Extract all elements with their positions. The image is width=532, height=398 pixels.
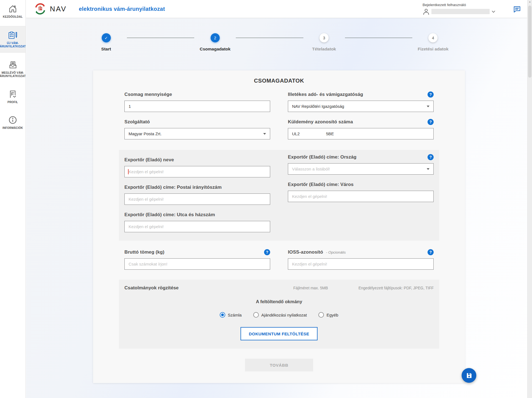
content-area: ✓ Start 2 Csomagadatok 3 Tételadatok 4 F… [26,18,527,398]
help-icon[interactable] [428,119,434,125]
chat-icon[interactable] [513,6,521,13]
exporter-section: Exportőr (Eladó) neve Exportőr (Eladó) c… [119,150,439,241]
exporter-street-input[interactable] [124,221,270,232]
step-label: Csomagadatok [200,47,231,52]
radio-egyeb[interactable]: Egyéb [318,312,338,318]
field-label: Szolgáltató [124,119,150,125]
sidebar-item-kezdooldal[interactable]: KEZDŐOLDAL [0,0,25,23]
sidebar-item-informaciok[interactable]: INFORMÁCIÓK [0,111,25,134]
brand-name: NAV [50,5,67,13]
save-fab-button[interactable] [462,368,476,383]
field-exporter-utca: Exportőr (Eladó) címe: Utca és házszám [124,211,270,232]
field-label: Exportőr (Eladó) címe: Ország [288,154,357,160]
chevron-down-icon [491,9,496,14]
sidebar-item-label: INFORMÁCIÓK [2,126,23,130]
sidebar-item-uj-vam-arunyilatkozat[interactable]: ÚJ VÁM-ÁRUNYILATKOZAT [0,26,25,53]
field-illetekes-igazgatosag: Illetékes adó- és vámigazgatóság NAV Rep… [288,91,434,112]
sidebar-item-label: PROFIL [7,101,18,104]
field-ioss: IOSS-azonosító - Opcionális [288,249,434,270]
office-select[interactable]: NAV Repülőtéri Igazgatóság [288,101,434,112]
scrollbar-thumb[interactable] [528,6,531,78]
archive-icon [8,60,17,69]
logged-in-user-label: Bejelentkezett felhasználó [423,3,496,7]
step-circle-active: 2 [211,33,220,42]
field-exporter-neve: Exportőr (Eladó) neve [124,157,270,177]
field-label: Illetékes adó- és vámigazgatóság [288,92,363,97]
select-value: NAV Repülőtéri Igazgatóság [292,104,344,109]
radio-icon [220,312,225,318]
ioss-input[interactable] [288,258,434,270]
user-block: Bejelentkezett felhasználó [423,3,496,15]
sidebar-item-profil[interactable]: PROFIL [0,85,25,108]
document-type-heading: A feltöltendő okmány [124,299,434,304]
quantity-input[interactable] [124,101,270,112]
shipment-id-end: 5BE [326,131,334,136]
page-scrollbar[interactable]: ⌃ [527,0,532,398]
field-label: Exportőr (Eladó) címe: Postai irányítósz… [124,185,222,190]
csomagadatok-card: CSOMAGADATOK Csomag mennyisége Szolgálta… [93,70,465,383]
step-circle-done: ✓ [102,33,111,42]
field-label: IOSS-azonosító [288,249,323,255]
scrollbar-up-icon[interactable]: ⌃ [528,1,532,5]
gross-weight-input[interactable] [124,258,270,270]
caret-down-icon [263,133,266,135]
field-label: Bruttó tömeg (kg) [124,249,164,255]
radio-label: Ajándékozási nyilatkozat [261,313,307,317]
step-connector [127,38,194,38]
next-button[interactable]: TOVÁBB [245,359,313,371]
app-header: NAV elektronikus vám-árunyilatkozat Beje… [26,0,527,18]
sidebar-item-label: KEZDŐOLDAL [3,15,22,19]
app-title: elektronikus vám-árunyilatkozat [79,6,165,12]
attachments-section: Csatolmányok rögzítése Fájlméret max. 5M… [119,280,439,349]
radio-icon [318,312,324,318]
field-label: Exportőr (Eladó) címe: Utca és házszám [124,212,215,218]
help-icon[interactable] [428,91,434,98]
nav-logo-icon [34,2,47,15]
shipment-id-start: UL2 [292,131,300,136]
file-size-note: Fájlméret max. 5MB [293,286,328,290]
sidebar-item-meglevo-vam-arunyilatkozat[interactable]: MEGLÉVŐ VÁM-ÁRUNYILATKOZAT [0,56,25,82]
radio-ajandekozasi-nyilatkozat[interactable]: Ajándékozási nyilatkozat [253,312,307,318]
help-icon[interactable] [428,249,434,255]
clipboard-pen-icon [8,31,17,40]
text-cursor [128,169,129,174]
step-fizetesi-adatok[interactable]: 4 Fizetési adatok [412,33,454,52]
select-value: Magyar Posta Zrt. [129,131,162,136]
sidebar: KEZDŐOLDAL ÚJ VÁM-ÁRUNYILATKOZAT MEGLÉVŐ… [0,0,26,398]
step-teteladatok[interactable]: 3 Tételadatok [303,33,345,52]
wizard-stepper: ✓ Start 2 Csomagadatok 3 Tételadatok 4 F… [85,33,454,52]
help-icon[interactable] [264,249,270,255]
shipment-id-input[interactable]: UL2 5BE [288,128,434,139]
user-icon [423,8,430,15]
upload-document-button[interactable]: DOKUMENTUM FELTÖLTÉSE [241,327,318,340]
field-label: Exportőr (Eladó) címe: Város [288,182,354,187]
header-right: Bejelentkezett felhasználó [423,3,521,15]
user-menu[interactable] [423,8,496,15]
provider-select[interactable]: Magyar Posta Zrt. [124,128,270,139]
main-region: NAV elektronikus vám-árunyilatkozat Beje… [26,0,527,398]
field-label: Csomag mennyisége [124,92,172,97]
home-icon [8,4,17,13]
file-types-note: Engedélyezett fájltípusok: PDF, JPEG, TI… [359,286,434,290]
redacted-username [431,9,490,14]
select-placeholder: Válasszon a listából! [292,167,330,171]
radio-icon [253,312,259,318]
exporter-name-input[interactable] [124,166,270,177]
exporter-country-select[interactable]: Válasszon a listából! [288,163,434,175]
help-icon[interactable] [428,154,434,160]
field-exporter-varos: Exportőr (Eladó) címe: Város [288,181,434,202]
caret-down-icon [427,168,429,170]
step-label: Tételadatok [312,47,336,52]
step-start[interactable]: ✓ Start [85,33,127,52]
attachments-title: Csatolmányok rögzítése [124,285,179,291]
exporter-zip-input[interactable] [124,193,270,205]
step-connector [345,38,412,38]
radio-szamla[interactable]: Számla [220,312,242,318]
optional-tag: - Opcionális [326,250,346,254]
step-csomagadatok[interactable]: 2 Csomagadatok [194,33,236,52]
save-icon [466,372,473,379]
field-szolgaltato: Szolgáltató Magyar Posta Zrt. [124,119,270,139]
exporter-city-input[interactable] [288,191,434,202]
page-title: CSOMAGADATOK [124,78,434,84]
step-circle-todo: 4 [428,33,438,42]
